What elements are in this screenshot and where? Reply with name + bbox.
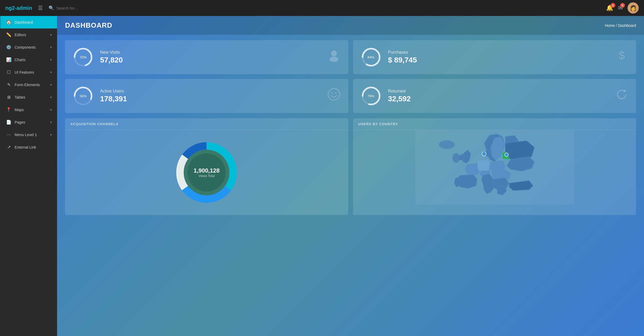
- donut-label-purchases: 84%: [367, 55, 374, 59]
- donut-new-visits: 70%: [72, 47, 94, 68]
- stat-info-purchases: Purchases $ 89,745: [388, 50, 417, 64]
- donut-label-active-users: 56%: [80, 94, 87, 98]
- stat-card-purchases: 84% Purchases $ 89,745 $: [353, 40, 636, 74]
- breadcrumb: Home / Dashboard: [605, 23, 636, 28]
- chevron-icon-form-elements: ▾: [50, 83, 52, 87]
- search-bar: 🔍: [49, 5, 602, 11]
- country-panel-body: [353, 130, 636, 204]
- sidebar: 🏠 Dashboard ✏️ Editors ▾ ⚙️ Components ▾…: [0, 16, 57, 336]
- stat-card-active-users: 56% Active Users 178,391: [65, 79, 348, 113]
- stat-info-new-visits: New Visits 57,820: [100, 50, 123, 64]
- sidebar-label-editors: Editors: [15, 33, 26, 37]
- svg-point-9: [328, 89, 340, 100]
- stat-value-active-users: 178,391: [100, 95, 127, 103]
- svg-text:$: $: [619, 49, 625, 62]
- sidebar-label-maps: Maps: [15, 108, 24, 112]
- search-icon: 🔍: [49, 5, 54, 11]
- page-title: DASHBOARD: [65, 21, 112, 30]
- sidebar-label-menu-level: Menu Level 1: [15, 133, 37, 137]
- sidebar-label-dashboard: Dashboard: [15, 20, 33, 24]
- stat-label-active-users: Active Users: [100, 89, 127, 94]
- hamburger-icon[interactable]: ☰: [36, 3, 44, 13]
- sidebar-label-charts: Charts: [15, 58, 25, 62]
- chevron-icon-charts: ▾: [50, 58, 52, 62]
- donut-total-value: 1,900,128: [194, 167, 220, 174]
- stat-info-active-users: Active Users 178,391: [100, 89, 127, 103]
- sidebar-icon-charts: 📊: [6, 57, 11, 62]
- sidebar-label-tables: Tables: [15, 95, 25, 99]
- sidebar-item-components[interactable]: ⚙️ Components ▾: [0, 41, 57, 53]
- acquisition-panel: ACQUISITION CHANNELS: [65, 118, 348, 215]
- content-area: 70% New Visits 57,820 84% Purchases $ 89…: [57, 35, 644, 220]
- chevron-icon-ui-features: ▾: [50, 70, 52, 74]
- chevron-icon-maps: ▾: [50, 108, 52, 112]
- country-panel-header: USERS BY COUNTRY: [353, 118, 636, 130]
- sidebar-icon-pages: 📄: [6, 120, 11, 125]
- sidebar-icon-ui-features: ☐: [6, 70, 11, 75]
- sidebar-item-pages[interactable]: 📄 Pages ▾: [0, 116, 57, 128]
- sidebar-item-dashboard[interactable]: 🏠 Dashboard: [0, 16, 57, 28]
- messages-button[interactable]: ✉ 5: [618, 5, 623, 11]
- stat-icon-active-users: [327, 87, 341, 104]
- stat-icon-new-visits: [327, 49, 341, 66]
- sidebar-item-charts[interactable]: 📊 Charts ▾: [0, 53, 57, 66]
- topnav: ng2-admin ☰ 🔍 🔔 5 ✉ 5 👩: [0, 0, 644, 16]
- donut-returned: 79%: [360, 85, 382, 107]
- svg-point-11: [335, 93, 336, 94]
- sidebar-icon-editors: ✏️: [6, 32, 11, 37]
- sidebar-item-external-link[interactable]: ↗ External Link: [0, 141, 57, 153]
- stat-info-returned: Returned 32,592: [388, 89, 411, 103]
- user-avatar[interactable]: 👩: [628, 2, 639, 14]
- messages-badge: 5: [620, 3, 625, 8]
- map-pin-2[interactable]: [505, 153, 508, 157]
- sidebar-item-editors[interactable]: ✏️ Editors ▾: [0, 28, 57, 41]
- chevron-icon-menu-level: ▾: [50, 133, 52, 137]
- chevron-icon-components: ▾: [50, 45, 52, 49]
- page-header: DASHBOARD Home / Dashboard: [57, 16, 644, 35]
- brand: ng2-admin: [5, 5, 32, 11]
- stat-value-returned: 32,592: [388, 95, 411, 103]
- sidebar-item-ui-features[interactable]: ☐ UI Features ▾: [0, 66, 57, 78]
- sidebar-label-ui-features: UI Features: [15, 70, 34, 74]
- svg-point-10: [331, 93, 333, 94]
- sidebar-item-form-elements[interactable]: ✎ Form Elements ▾: [0, 78, 57, 91]
- breadcrumb-home[interactable]: Home: [605, 23, 615, 28]
- chevron-icon-pages: ▾: [50, 120, 52, 124]
- sidebar-label-external-link: External Link: [15, 145, 36, 149]
- svg-point-2: [331, 51, 337, 56]
- donut-chart-center: 1,900,128 Views Total: [194, 167, 220, 178]
- donut-purchases: 84%: [360, 47, 382, 68]
- stat-label-returned: Returned: [388, 89, 411, 94]
- stat-icon-returned: [615, 87, 629, 104]
- stat-label-new-visits: New Visits: [100, 50, 123, 55]
- layout: 🏠 Dashboard ✏️ Editors ▾ ⚙️ Components ▾…: [0, 16, 644, 336]
- main-content: DASHBOARD Home / Dashboard 70% New Visit…: [57, 16, 644, 336]
- sidebar-item-menu-level[interactable]: ⋯ Menu Level 1 ▾: [0, 128, 57, 141]
- chevron-icon-tables: ▾: [50, 95, 52, 99]
- stat-value-new-visits: 57,820: [100, 56, 123, 64]
- sidebar-item-maps[interactable]: 📍 Maps ▾: [0, 103, 57, 116]
- stat-grid: 70% New Visits 57,820 84% Purchases $ 89…: [65, 40, 636, 113]
- notifications-button[interactable]: 🔔 5: [606, 5, 613, 11]
- sidebar-icon-dashboard: 🏠: [6, 20, 11, 25]
- topnav-right: 🔔 5 ✉ 5 👩: [606, 2, 639, 14]
- stat-card-returned: 79% Returned 32,592: [353, 79, 636, 113]
- chevron-icon-editors: ▾: [50, 33, 52, 37]
- svg-point-24: [452, 153, 460, 163]
- country-panel: USERS BY COUNTRY: [353, 118, 636, 215]
- stat-card-new-visits: 70% New Visits 57,820: [65, 40, 348, 74]
- svg-point-23: [439, 140, 455, 149]
- sidebar-item-tables[interactable]: ⊞ Tables ▾: [0, 91, 57, 103]
- acquisition-donut-chart: 1,900,128 Views Total: [169, 135, 244, 210]
- svg-point-3: [329, 57, 338, 62]
- search-input[interactable]: [56, 6, 123, 10]
- donut-active-users: 56%: [72, 85, 94, 107]
- sidebar-icon-menu-level: ⋯: [6, 132, 11, 137]
- sidebar-label-components: Components: [15, 45, 36, 49]
- sidebar-label-pages: Pages: [15, 120, 25, 124]
- acquisition-panel-body: 1,900,128 Views Total: [65, 130, 348, 215]
- donut-total-label: Views Total: [194, 174, 220, 178]
- sidebar-icon-form-elements: ✎: [6, 82, 11, 87]
- sidebar-icon-components: ⚙️: [6, 45, 11, 50]
- stat-label-purchases: Purchases: [388, 50, 417, 55]
